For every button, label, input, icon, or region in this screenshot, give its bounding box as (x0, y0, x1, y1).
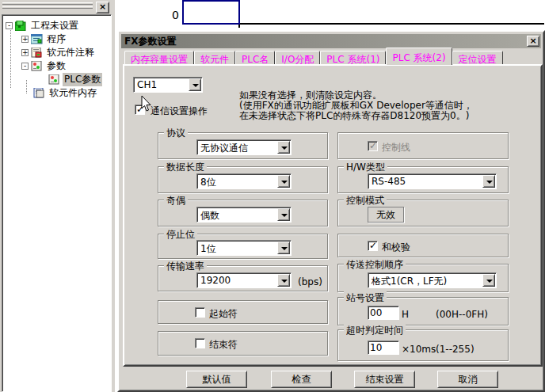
dropdown-button[interactable] (277, 208, 290, 221)
stop-bit-label: 停止位 (164, 228, 197, 242)
plc-parameter-icon (48, 74, 60, 85)
ladder-row-number: 0 (172, 9, 179, 21)
collapse-expander-icon[interactable]: - (6, 22, 13, 29)
start-char-group: ✓ 起始符 (158, 300, 328, 324)
protocol-combobox[interactable]: 无协议通信 (196, 139, 292, 155)
close-icon: × (99, 2, 106, 12)
mouse-cursor (141, 96, 151, 112)
end-char-checkbox[interactable]: ✓ (195, 338, 205, 348)
device-memory-icon (33, 88, 45, 98)
project-tree: - 工程未设置 + 程序 + (2, 14, 112, 392)
tree-item-plc-parameter[interactable]: PLC参数 (48, 73, 102, 86)
station-number-input[interactable] (368, 306, 399, 320)
setting-note: 如果没有选择，则清除设定内容。 (使用FX的通讯功能扩展板和GX Develop… (239, 90, 542, 121)
button-label: 默认值 (203, 374, 231, 385)
expand-expander-icon[interactable]: + (21, 36, 29, 43)
tab-label: PLC 系统(2) (392, 52, 445, 63)
chevron-down-icon (281, 247, 288, 253)
baud-rate-label: 传输速率 (164, 260, 207, 273)
dropdown-button[interactable] (277, 175, 290, 188)
tab-plc-name[interactable]: PLC名 (235, 51, 275, 65)
control-line-checkbox: ✓ (368, 141, 378, 151)
baud-rate-combobox[interactable]: 19200 (196, 272, 292, 288)
station-number-range: (00H--0FH) (436, 309, 488, 320)
dialog-close-button[interactable]: × (527, 36, 539, 47)
channel-combobox[interactable]: CH1 (133, 77, 203, 93)
comm-setting-label: 通信设置操作 (151, 105, 208, 118)
tree-item-device-memory[interactable]: 软元件内存 (33, 86, 98, 100)
stop-bit-combobox[interactable]: 1位 (196, 240, 292, 256)
timeout-unit: ×10ms (402, 344, 436, 355)
dialog-titlebar[interactable]: FX参数设置 × (121, 34, 541, 48)
dialog-title: FX参数设置 (124, 35, 176, 48)
protocol-group: 协议 无协议通信 (158, 132, 328, 159)
expand-expander-icon[interactable]: + (21, 49, 29, 56)
dialog-tabstrip: 内存容量设置 软元件 PLC名 I/O分配 PLC 系统(1) PLC 系统(2… (124, 48, 540, 65)
parameter-icon (31, 61, 43, 71)
check-icon: ✓ (369, 240, 377, 251)
dropdown-button[interactable] (277, 242, 290, 254)
tree-item-device-comment[interactable]: + 软元件注释 (20, 46, 96, 59)
control-mode-label: 控制模式 (344, 194, 387, 207)
control-mode-value: 无效 (368, 207, 404, 223)
baud-rate-unit: (bps) (298, 276, 322, 287)
collapse-expander-icon[interactable]: - (21, 63, 29, 70)
tab-positioning[interactable]: 定位设置 (452, 51, 503, 65)
tree-item-program[interactable]: + 程序 (20, 32, 67, 46)
fx-parameter-dialog: FX参数设置 × 内存容量设置 软元件 PLC名 I/O分配 PLC 系统(1)… (117, 30, 545, 392)
chevron-down-icon (486, 181, 493, 187)
chevron-down-icon (486, 280, 493, 286)
tab-memory-capacity[interactable]: 内存容量设置 (124, 51, 194, 65)
dropdown-button[interactable] (482, 274, 495, 287)
tab-label: PLC名 (242, 54, 269, 65)
start-char-checkbox[interactable]: ✓ (195, 307, 205, 318)
note-line: 在未选择状态下将PLC的特殊寄存器D8120预置为0。) (239, 111, 542, 121)
parity-label: 奇偶 (164, 194, 188, 207)
device-comment-icon (31, 48, 43, 58)
dropdown-button[interactable] (277, 141, 290, 154)
transfer-control-combobox[interactable]: 格式1(CR，LF无) (368, 272, 497, 288)
panel-drag-handle[interactable] (2, 2, 93, 5)
tree-item-label: 工程未设置 (29, 19, 80, 32)
tree-connector-line (26, 80, 27, 93)
timeout-group: 超时判定时间 ×10ms (1--255) (337, 329, 509, 361)
data-length-value: 8位 (200, 176, 216, 189)
tab-device[interactable]: 软元件 (194, 51, 235, 65)
dropdown-button[interactable] (189, 78, 201, 91)
timeout-range: (1--255) (436, 344, 474, 355)
tab-io-assignment[interactable]: I/O分配 (275, 51, 320, 65)
check-button[interactable]: 检查 (271, 371, 332, 388)
dropdown-button[interactable] (277, 274, 290, 287)
parity-combobox[interactable]: 偶数 (196, 207, 292, 223)
transfer-control-group: 传送控制顺序 格式1(CR，LF无) (337, 264, 509, 292)
control-line-label: 控制线 (382, 141, 410, 154)
tab-plc-system-1[interactable]: PLC 系统(1) (320, 51, 386, 65)
timeout-label: 超时判定时间 (344, 324, 406, 337)
tree-item-label: 软元件内存 (48, 86, 98, 100)
tree-item-parameter[interactable]: - 参数 (20, 59, 67, 73)
data-length-combobox[interactable]: 8位 (196, 173, 292, 189)
end-setting-button[interactable]: 结束设置 (354, 371, 415, 388)
control-mode-group: 控制模式 无效 (337, 200, 509, 226)
panel-drag-handle[interactable] (2, 6, 93, 9)
project-tree-panel: × - 工程未设置 + 程序 (0, 0, 115, 392)
button-label: 检查 (292, 374, 311, 385)
dropdown-button[interactable] (482, 175, 495, 188)
panel-close-button[interactable]: × (96, 2, 109, 13)
chevron-down-icon (281, 214, 288, 220)
sum-check-checkbox[interactable]: ✓ (368, 241, 378, 251)
tab-label: 内存容量设置 (131, 54, 188, 65)
hw-type-combobox[interactable]: RS-485 (368, 173, 497, 189)
cancel-button[interactable]: 取消 (437, 371, 498, 388)
default-button[interactable]: 默认值 (186, 371, 247, 388)
close-icon: × (529, 36, 536, 46)
tab-plc-system-2[interactable]: PLC 系统(2) (386, 48, 452, 65)
transfer-control-label: 传送控制顺序 (344, 258, 406, 272)
control-line-group: ✓ 控制线 (337, 132, 509, 159)
chevron-down-icon (192, 84, 199, 90)
stop-bit-group: 停止位 1位 (158, 234, 328, 259)
project-icon (15, 21, 27, 31)
timeout-input[interactable] (368, 341, 399, 355)
start-char-label: 起始符 (209, 307, 238, 321)
tree-item-project[interactable]: - 工程未设置 (4, 19, 80, 32)
